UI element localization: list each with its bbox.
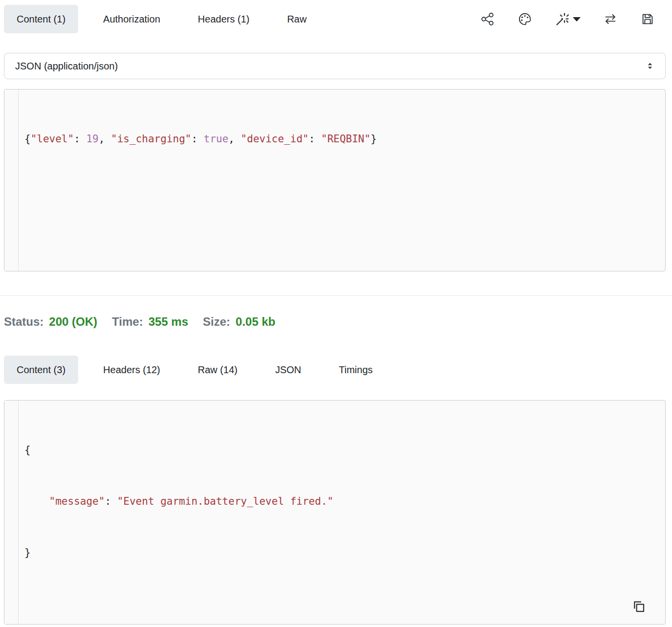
code-token: { <box>24 133 31 145</box>
response-editor-gutter <box>4 401 19 624</box>
code-token: , <box>99 133 111 145</box>
response-tab-json[interactable]: JSON <box>262 356 314 384</box>
response-body-code[interactable]: { "message": "Event garmin.battery_level… <box>19 401 665 624</box>
code-token: , <box>228 133 240 145</box>
request-tab-authorization[interactable]: Authorization <box>90 5 173 33</box>
response-tab-raw[interactable]: Raw (14) <box>185 356 250 384</box>
time-item: Time: 355 ms <box>112 314 188 330</box>
code-token: true <box>204 133 229 145</box>
theme-button[interactable] <box>518 12 532 26</box>
code-token <box>24 495 49 507</box>
code-line: {"level": 19, "is_charging": true, "devi… <box>24 131 657 148</box>
magic-wand-button[interactable] <box>555 12 581 27</box>
share-button[interactable] <box>480 12 495 26</box>
share-icon <box>480 12 495 26</box>
chevron-down-icon <box>573 17 581 22</box>
code-token: "level" <box>31 133 74 145</box>
content-type-select[interactable]: JSON (application/json) <box>4 53 666 79</box>
swap-button[interactable] <box>603 12 618 26</box>
request-tab-content[interactable]: Content (1) <box>4 5 78 33</box>
code-token: : <box>74 133 86 145</box>
code-token: "REQBIN" <box>321 133 370 145</box>
request-tabs: Content (1) Authorization Headers (1) Ra… <box>4 5 319 33</box>
request-tab-row: Content (1) Authorization Headers (1) Ra… <box>4 5 666 33</box>
code-token: } <box>370 133 377 145</box>
code-token: "Event garmin.battery_level fired." <box>117 495 334 507</box>
request-tab-headers[interactable]: Headers (1) <box>185 5 262 33</box>
size-label: Size: <box>203 314 230 330</box>
code-token: { <box>24 444 31 456</box>
response-body-viewer: { "message": "Event garmin.battery_level… <box>4 400 666 625</box>
magic-wand-icon <box>555 12 570 27</box>
response-tab-timings[interactable]: Timings <box>326 356 385 384</box>
time-value: 355 ms <box>149 314 188 330</box>
code-token: : <box>191 133 203 145</box>
theme-palette-icon <box>518 12 532 26</box>
copy-response-button[interactable] <box>631 599 647 614</box>
code-token: : <box>105 495 117 507</box>
section-divider <box>0 295 672 296</box>
select-updown-icon <box>645 61 655 71</box>
response-tabs: Content (3) Headers (12) Raw (14) JSON T… <box>4 356 386 384</box>
code-token: "is_charging" <box>111 133 191 145</box>
request-body-editor: {"level": 19, "is_charging": true, "devi… <box>4 89 666 271</box>
code-token: } <box>24 547 31 559</box>
request-toolbar <box>480 12 655 27</box>
status-code-value: 200 (OK) <box>49 314 97 330</box>
save-button[interactable] <box>640 12 655 26</box>
status-code-item: Status: 200 (OK) <box>4 314 97 330</box>
code-token: "message" <box>49 495 105 507</box>
request-body-code[interactable]: {"level": 19, "is_charging": true, "devi… <box>19 90 665 271</box>
code-line: "message": "Event garmin.battery_level f… <box>24 493 657 510</box>
code-token: 19 <box>86 133 98 145</box>
copy-icon <box>631 599 646 614</box>
size-item: Size: 0.05 kb <box>203 314 275 330</box>
reqbin-page: Content (1) Authorization Headers (1) Ra… <box>0 0 672 625</box>
response-tab-row: Content (3) Headers (12) Raw (14) JSON T… <box>4 356 666 384</box>
time-label: Time: <box>112 314 143 330</box>
response-status-bar: Status: 200 (OK) Time: 355 ms Size: 0.05… <box>4 314 666 330</box>
code-token: : <box>309 133 321 145</box>
save-icon <box>640 12 655 26</box>
swap-arrows-icon <box>603 12 618 26</box>
code-token: "device_id" <box>241 133 309 145</box>
size-value: 0.05 kb <box>236 314 275 330</box>
status-label: Status: <box>4 314 43 330</box>
code-line: { <box>24 442 657 459</box>
response-tab-content[interactable]: Content (3) <box>4 356 78 384</box>
request-editor-gutter <box>4 90 19 271</box>
request-tab-raw[interactable]: Raw <box>274 5 319 33</box>
response-tab-headers[interactable]: Headers (12) <box>90 356 173 384</box>
content-type-selected-value: JSON (application/json) <box>15 61 118 72</box>
code-line: } <box>24 544 657 561</box>
